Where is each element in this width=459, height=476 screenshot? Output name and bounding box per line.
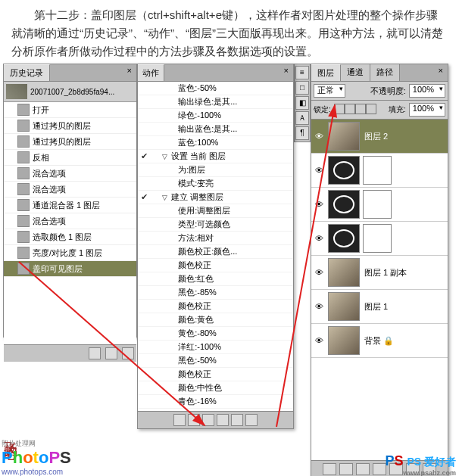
- layer-thumb[interactable]: [328, 292, 360, 321]
- action-step[interactable]: 颜色校正: [138, 300, 293, 313]
- layer-thumb[interactable]: [328, 258, 360, 287]
- history-tab[interactable]: 历史记录: [4, 64, 50, 81]
- layers-tab-0[interactable]: 图层: [311, 64, 341, 81]
- action-step[interactable]: 黄色:-80%: [138, 327, 293, 341]
- layers-close-icon[interactable]: ×: [434, 64, 448, 81]
- history-delete-icon[interactable]: [122, 347, 134, 359]
- actions-new-action-icon[interactable]: [231, 414, 243, 426]
- visibility-eye-icon[interactable]: 👁: [313, 268, 325, 277]
- action-step[interactable]: 颜色校正: [138, 259, 293, 272]
- layer-row[interactable]: 👁图层 2: [311, 120, 448, 154]
- layer-name: 图层 2: [364, 131, 388, 142]
- visibility-eye-icon[interactable]: 👁: [313, 302, 325, 311]
- history-item[interactable]: 打开: [4, 102, 136, 118]
- layer-row[interactable]: 👁: [311, 154, 448, 188]
- action-step[interactable]: 颜色校正: [138, 368, 293, 381]
- mini-tool-icon[interactable]: ≡: [295, 66, 309, 79]
- actions-play-icon[interactable]: [202, 414, 214, 426]
- layer-mask-thumb[interactable]: [363, 224, 392, 253]
- history-item[interactable]: 通过拷贝的图层: [4, 118, 136, 134]
- history-item[interactable]: 亮度/对比度 1 图层: [4, 245, 136, 261]
- actions-close-icon[interactable]: ×: [279, 64, 293, 81]
- actions-delete-icon[interactable]: [245, 414, 258, 426]
- lock-option-icon[interactable]: [366, 104, 376, 114]
- mini-tool-icon[interactable]: Ａ: [295, 111, 309, 125]
- visibility-eye-icon[interactable]: 👁: [313, 200, 325, 209]
- action-step[interactable]: 颜色校正:颜色...: [138, 245, 293, 259]
- layer-mask-thumb[interactable]: [363, 156, 392, 185]
- action-step[interactable]: 颜色:红色: [138, 272, 293, 286]
- fill-value[interactable]: 100%: [409, 103, 445, 117]
- lock-option-icon[interactable]: [355, 104, 366, 114]
- visibility-eye-icon[interactable]: 👁: [313, 234, 325, 243]
- action-step[interactable]: 输出绿色:是其...: [138, 95, 293, 109]
- layer-row[interactable]: 👁: [311, 222, 448, 256]
- action-step[interactable]: 颜色:中性色: [138, 381, 293, 395]
- action-step[interactable]: 黑色:-50%: [138, 354, 293, 368]
- history-step-icon: [17, 183, 30, 195]
- action-step[interactable]: 颜色:黄色: [138, 313, 293, 327]
- mini-tool-icon[interactable]: ◧: [295, 96, 309, 110]
- history-close-icon[interactable]: ×: [123, 64, 136, 81]
- mini-tool-icon[interactable]: □: [295, 81, 309, 95]
- visibility-eye-icon[interactable]: 👁: [313, 336, 325, 345]
- history-item[interactable]: 选取颜色 1 图层: [4, 229, 136, 245]
- lock-option-icon[interactable]: [345, 104, 355, 114]
- layer-row[interactable]: 👁背景 🔒: [311, 324, 448, 358]
- actions-stop-icon[interactable]: [173, 414, 186, 426]
- layers-list[interactable]: 👁图层 2👁👁👁👁图层 1 副本👁图层 1👁背景 🔒: [311, 120, 448, 460]
- layer-thumb[interactable]: [328, 156, 360, 185]
- action-step[interactable]: 方法:相对: [138, 232, 293, 245]
- visibility-eye-icon[interactable]: 👁: [313, 132, 325, 141]
- layer-row[interactable]: 👁图层 1 副本: [311, 256, 448, 290]
- history-item[interactable]: 通过拷贝的图层: [4, 134, 136, 150]
- actions-tab[interactable]: 动作: [138, 64, 164, 81]
- history-item[interactable]: 混合选项: [4, 182, 136, 198]
- blend-mode-select[interactable]: 正常: [314, 84, 345, 98]
- photops-logo: PhotoPS: [2, 448, 71, 468]
- action-step[interactable]: 模式:变亮: [138, 177, 293, 191]
- history-item[interactable]: 反相: [4, 150, 136, 166]
- action-step[interactable]: 蓝色:-50%: [138, 82, 293, 95]
- history-item[interactable]: 混合选项: [4, 213, 136, 229]
- lock-option-icon[interactable]: [334, 104, 345, 114]
- layers-footer-icon[interactable]: [339, 463, 353, 475]
- action-step[interactable]: ✔▽建立 调整图层: [138, 191, 293, 204]
- layers-tab-2[interactable]: 路径: [370, 64, 400, 81]
- actions-list[interactable]: 蓝色:-50% 输出绿色:是其... 绿色:-100% 输出蓝色:是其... 蓝…: [138, 82, 293, 411]
- action-step[interactable]: 洋红:-100%: [138, 341, 293, 354]
- layers-footer-icon[interactable]: [356, 463, 370, 475]
- history-step-icon: [17, 263, 30, 275]
- action-step[interactable]: ✔▽设置 当前 图层: [138, 150, 293, 163]
- history-item[interactable]: 混合选项: [4, 166, 136, 182]
- layer-thumb[interactable]: [328, 224, 360, 253]
- history-create-doc-icon[interactable]: [89, 347, 101, 359]
- mini-tool-icon[interactable]: ¶: [295, 126, 309, 140]
- history-new-snapshot-icon[interactable]: [105, 347, 117, 359]
- layers-footer-icon[interactable]: [373, 463, 386, 475]
- history-list[interactable]: 打开通过拷贝的图层通过拷贝的图层反相混合选项混合选项通道混合器 1 图层混合选项…: [4, 102, 136, 344]
- layer-row[interactable]: 👁图层 1: [311, 290, 448, 324]
- visibility-eye-icon[interactable]: 👁: [313, 166, 325, 175]
- action-step[interactable]: 使用:调整图层: [138, 204, 293, 218]
- layers-tab-1[interactable]: 通道: [341, 64, 370, 81]
- history-snapshot-row[interactable]: 20071007_2b8d95fa94...: [4, 82, 136, 102]
- layer-thumb[interactable]: [328, 122, 360, 151]
- action-step[interactable]: 黑色:-85%: [138, 286, 293, 300]
- history-item[interactable]: 通道混合器 1 图层: [4, 198, 136, 213]
- layer-thumb[interactable]: [328, 326, 360, 355]
- opacity-value[interactable]: 100%: [409, 84, 445, 98]
- actions-record-icon[interactable]: [188, 414, 200, 426]
- action-step[interactable]: 为:图层: [138, 163, 293, 177]
- layer-mask-thumb[interactable]: [363, 190, 392, 219]
- layer-thumb[interactable]: [328, 190, 360, 219]
- action-step[interactable]: 青色:-16%: [138, 395, 293, 409]
- layer-row[interactable]: 👁: [311, 188, 448, 222]
- action-step[interactable]: 输出蓝色:是其...: [138, 123, 293, 136]
- action-step[interactable]: 绿色:-100%: [138, 109, 293, 123]
- action-step[interactable]: 蓝色:100%: [138, 136, 293, 150]
- layers-footer-icon[interactable]: [323, 463, 336, 475]
- actions-new-set-icon[interactable]: [217, 414, 229, 426]
- history-item[interactable]: 盖印可见图层: [4, 261, 136, 277]
- action-step[interactable]: 类型:可选颜色: [138, 218, 293, 232]
